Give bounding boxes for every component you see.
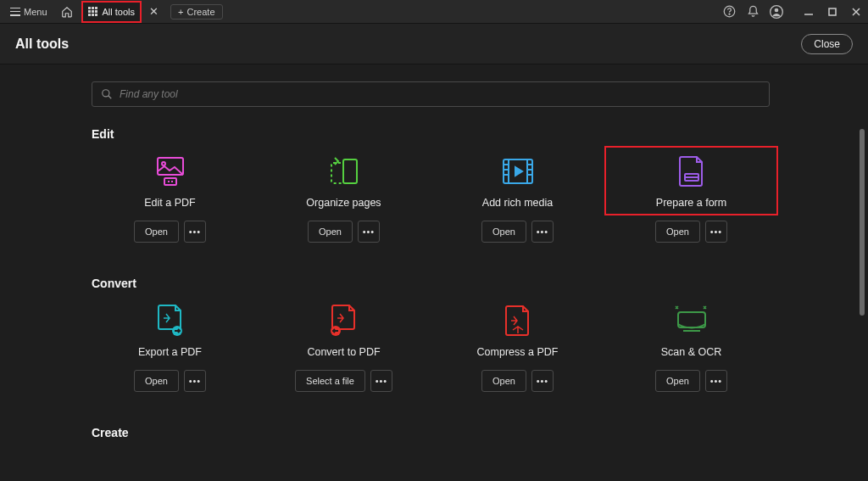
tool-actions: Open •••	[655, 221, 727, 243]
page-header: All tools Close	[0, 24, 868, 64]
select-file-button[interactable]: Select a file	[295, 370, 365, 392]
section-title-create: Create	[92, 426, 770, 439]
tool-label: Edit a PDF	[144, 197, 195, 209]
scrollbar-thumb[interactable]	[860, 129, 865, 316]
minimize-button[interactable]	[802, 5, 815, 19]
tool-organize-pages[interactable]: Organize pages Open •••	[265, 153, 422, 243]
user-icon	[770, 5, 783, 19]
tool-convert-to-pdf[interactable]: Convert to PDF Select a file •••	[265, 302, 422, 392]
content: Edit Edit a PDF Open •••	[0, 64, 868, 481]
scan-ocr-icon	[673, 302, 710, 339]
home-button[interactable]	[56, 4, 78, 20]
organize-pages-icon	[326, 153, 362, 190]
tool-add-rich-media[interactable]: Add rich media Open •••	[439, 153, 596, 243]
main-area: Edit Edit a PDF Open •••	[0, 64, 868, 481]
section-title-edit: Edit	[92, 127, 770, 141]
svg-point-3	[775, 8, 779, 12]
tool-scan-ocr[interactable]: Scan & OCR Open •••	[613, 302, 770, 392]
convert-to-pdf-icon	[329, 302, 359, 339]
maximize-icon	[826, 6, 838, 18]
more-button[interactable]: •••	[184, 221, 206, 243]
prepare-form-icon	[678, 153, 705, 190]
more-button[interactable]: •••	[531, 221, 554, 243]
svg-point-1	[729, 14, 730, 14]
rich-media-icon	[502, 153, 534, 190]
open-button[interactable]: Open	[655, 370, 700, 392]
account-button[interactable]	[770, 5, 783, 19]
svg-line-9	[108, 96, 112, 99]
tool-actions: Open •••	[134, 221, 206, 243]
menu-label: Menu	[24, 7, 47, 17]
svg-rect-5	[829, 8, 836, 15]
tool-edit-pdf[interactable]: Edit a PDF Open •••	[92, 153, 248, 243]
maximize-button[interactable]	[826, 5, 839, 19]
more-button[interactable]: •••	[705, 370, 727, 392]
menu-button[interactable]: Menu	[5, 5, 53, 19]
close-button[interactable]: Close	[801, 34, 853, 54]
tool-actions: Open •••	[655, 370, 727, 392]
more-button[interactable]: •••	[358, 221, 380, 243]
more-button[interactable]: •••	[531, 370, 554, 392]
grid-icon	[88, 7, 97, 16]
hamburger-icon	[10, 8, 20, 16]
tool-actions: Open •••	[481, 221, 554, 243]
tool-label: Compress a PDF	[477, 346, 559, 358]
more-button[interactable]: •••	[705, 221, 727, 243]
bell-icon	[747, 5, 760, 18]
svg-point-8	[103, 90, 109, 97]
tool-export-pdf[interactable]: Export a PDF Open •••	[92, 302, 248, 392]
tool-actions: Open •••	[134, 370, 206, 392]
compress-pdf-icon	[504, 302, 531, 339]
svg-rect-28	[678, 312, 705, 327]
title-bar: Menu All tools ✕ + Create	[0, 0, 868, 24]
page-title: All tools	[15, 36, 69, 52]
more-button[interactable]: •••	[370, 370, 392, 392]
tool-actions: Open •••	[481, 370, 554, 392]
tool-label: Organize pages	[306, 197, 381, 209]
open-button[interactable]: Open	[134, 221, 179, 243]
open-button[interactable]: Open	[308, 221, 353, 243]
open-button[interactable]: Open	[655, 221, 700, 243]
topbar-left: Menu All tools ✕ + Create	[5, 1, 223, 23]
scrollbar[interactable]	[860, 129, 865, 468]
help-button[interactable]	[722, 5, 736, 19]
create-button[interactable]: + Create	[170, 4, 222, 20]
edit-tool-grid: Edit a PDF Open ••• Organize pages Open …	[92, 153, 770, 243]
export-pdf-icon	[155, 302, 186, 339]
tab-label: All tools	[103, 7, 136, 17]
svg-point-11	[162, 162, 165, 165]
tab-close-button[interactable]: ✕	[145, 5, 162, 18]
tool-label: Export a PDF	[138, 346, 202, 358]
create-label: Create	[187, 7, 215, 17]
tool-label: Prepare a form	[656, 197, 726, 209]
tool-actions: Open •••	[308, 221, 380, 243]
search-icon	[101, 88, 113, 100]
edit-pdf-icon	[153, 153, 188, 190]
plus-icon: +	[178, 7, 183, 17]
svg-rect-12	[164, 178, 176, 185]
tool-label: Convert to PDF	[307, 346, 380, 358]
inner-content: Edit Edit a PDF Open •••	[92, 81, 770, 439]
tool-compress-pdf[interactable]: Compress a PDF Open •••	[439, 302, 596, 392]
tool-label: Add rich media	[482, 197, 553, 209]
close-icon	[850, 6, 862, 18]
search-input[interactable]	[120, 88, 760, 100]
help-icon	[723, 5, 736, 18]
svg-rect-14	[331, 163, 343, 183]
home-icon	[61, 6, 73, 18]
open-button[interactable]: Open	[481, 370, 526, 392]
svg-rect-13	[343, 159, 357, 183]
tool-actions: Select a file •••	[295, 370, 392, 392]
open-button[interactable]: Open	[134, 370, 179, 392]
more-button[interactable]: •••	[184, 370, 206, 392]
search-field[interactable]	[92, 81, 770, 107]
notifications-button[interactable]	[746, 5, 760, 19]
minimize-icon	[803, 6, 815, 18]
close-window-button[interactable]	[849, 5, 863, 19]
section-title-convert: Convert	[92, 277, 770, 290]
tab-all-tools[interactable]: All tools	[81, 1, 142, 23]
topbar-right	[722, 5, 863, 19]
tool-label: Scan & OCR	[661, 346, 722, 358]
tool-prepare-form[interactable]: Prepare a form Open •••	[613, 153, 770, 243]
open-button[interactable]: Open	[481, 221, 526, 243]
